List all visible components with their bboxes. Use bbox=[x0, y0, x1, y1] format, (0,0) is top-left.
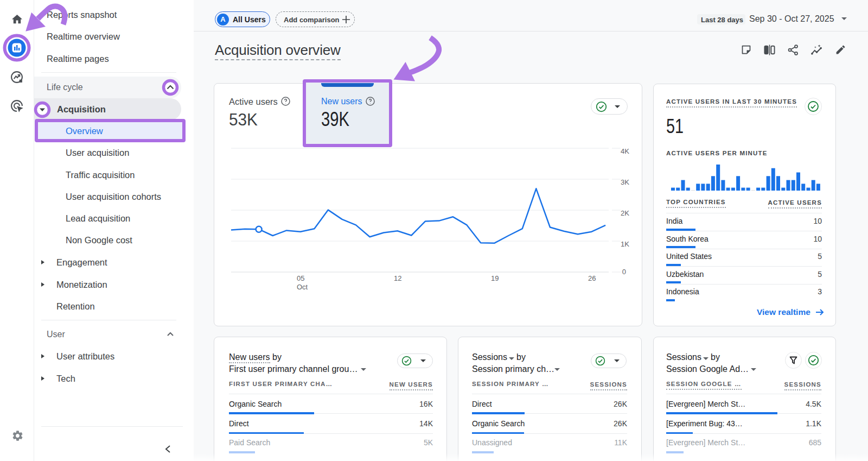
svg-text:0: 0 bbox=[622, 268, 626, 276]
svg-text:4K: 4K bbox=[621, 147, 629, 155]
svg-text:05: 05 bbox=[297, 274, 304, 282]
svg-text:26: 26 bbox=[588, 274, 596, 282]
svg-text:2K: 2K bbox=[621, 209, 629, 217]
svg-text:12: 12 bbox=[394, 274, 401, 282]
svg-text:Oct: Oct bbox=[297, 283, 308, 291]
svg-text:1K: 1K bbox=[621, 240, 629, 248]
svg-text:19: 19 bbox=[491, 274, 499, 282]
svg-text:3K: 3K bbox=[621, 178, 629, 186]
